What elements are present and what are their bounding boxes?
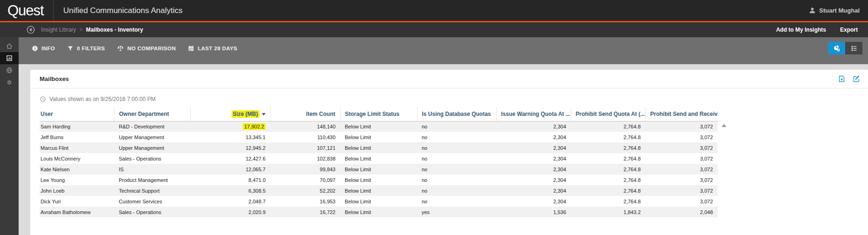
table-cell: 2,304 (496, 153, 571, 164)
table-cell: no (417, 164, 496, 175)
sidebar-item-home[interactable] (0, 40, 19, 52)
table-row[interactable]: Sam HardingR&D - Development17,902.2148,… (40, 121, 718, 132)
table-cell: Upper Management (114, 142, 190, 153)
column-label: Prohibit Send Quota At (... (576, 111, 645, 117)
quest-logo: Quest (7, 0, 53, 21)
table-cell: Customer Services (114, 196, 190, 207)
table-cell: Lee Young (40, 175, 114, 185)
table-cell: 2,304 (496, 121, 571, 132)
column-header-prohibit-send-and-receiv[interactable]: Prohibit Send and Receiv... (645, 107, 718, 121)
breadcrumb: Insight Library > Mailboxes - Inventory (41, 27, 143, 33)
values-timestamp-note: Values shown as on 9/25/2016 7:00:00 PM (30, 88, 868, 104)
column-header-size-mb[interactable]: Size (MB) (190, 107, 270, 121)
info-icon (32, 45, 38, 52)
sidebar-item-settings[interactable] (0, 76, 19, 88)
table-cell: 70,097 (270, 175, 340, 185)
app-window: Quest Unified Communications Analytics S… (0, 0, 868, 235)
table-row[interactable]: Jeff BurnsUpper Management13,345.1110,43… (40, 132, 718, 142)
date-range-button[interactable]: LAST 28 DAYS (188, 45, 237, 52)
table-cell: Below Limit (340, 132, 417, 142)
table-cell: 2,048 (645, 207, 718, 217)
table-cell: no (417, 185, 496, 196)
table-cell: Sales - Operations (114, 207, 190, 217)
table-row[interactable]: John LoebTechnical Support6,308.552,202B… (40, 185, 718, 196)
table-cell: no (417, 132, 496, 142)
mailboxes-table-container: UserOwner DepartmentSize (MB)Item CountS… (30, 104, 868, 217)
table-cell: 107,121 (270, 142, 340, 153)
export-button[interactable]: Export (840, 27, 858, 33)
table-row[interactable]: Lee YoungProduct Management8,471.070,097… (40, 175, 718, 185)
table-cell: Sam Harding (40, 121, 114, 132)
table-cell: 13,345.1 (190, 132, 270, 142)
table-header-row: UserOwner DepartmentSize (MB)Item CountS… (40, 107, 718, 121)
table-cell: Upper Management (114, 132, 190, 142)
table-cell: 2,304 (496, 185, 571, 196)
back-button[interactable] (27, 26, 35, 34)
scrollbar-up-arrow[interactable] (722, 124, 726, 127)
table-row[interactable]: Kate NielsenIS12,065.799,843Below Limitn… (40, 164, 718, 175)
column-header-is-using-database-quotas[interactable]: Is Using Database Quotas (417, 107, 496, 121)
table-cell: 3,072 (645, 142, 718, 153)
column-header-issue-warning-quota-at[interactable]: Issue Warning Quota At ... (496, 107, 571, 121)
table-cell: 3,072 (645, 185, 718, 196)
table-cell: Below Limit (340, 196, 417, 207)
comparison-button[interactable]: NO COMPARISON (117, 45, 176, 52)
chart-view-toggle[interactable] (828, 42, 845, 54)
table-cell: Louis McConnery (40, 153, 114, 164)
column-header-prohibit-send-quota-at[interactable]: Prohibit Send Quota At (... (571, 107, 645, 121)
table-cell: 17,902.2 (190, 121, 270, 132)
table-cell: 1,536 (496, 207, 571, 217)
page-title: Mailboxes - Inventory (86, 27, 143, 33)
table-cell: 16,722 (270, 207, 340, 217)
logo-divider (53, 0, 54, 21)
export-report-icon[interactable] (838, 75, 846, 83)
sidebar-item-insights[interactable] (0, 52, 19, 64)
table-cell: 3,072 (645, 121, 718, 132)
column-header-owner-department[interactable]: Owner Department (114, 107, 190, 121)
breadcrumb-actions: Add to My Insights Export (776, 27, 858, 33)
column-label: User (41, 111, 53, 117)
column-label: Item Count (306, 111, 335, 117)
sidebar-item-globe[interactable] (0, 64, 19, 76)
table-cell: 2,764.8 (571, 196, 645, 207)
table-cell: 2,764.8 (571, 175, 645, 185)
person-icon (809, 7, 816, 14)
table-cell: 16,953 (270, 196, 340, 207)
comparison-label: NO COMPARISON (127, 46, 176, 51)
table-cell: 12,427.6 (190, 153, 270, 164)
table-cell: 2,304 (496, 196, 571, 207)
table-cell: 2,764.8 (571, 121, 645, 132)
page-body: Mailboxes (19, 64, 868, 235)
info-button[interactable]: INFO (32, 45, 55, 52)
column-header-storage-limit-status[interactable]: Storage Limit Status (340, 107, 417, 121)
table-row[interactable]: Louis McConnerySales - Operations12,427.… (40, 153, 718, 164)
add-to-my-insights-button[interactable]: Add to My Insights (776, 27, 826, 33)
table-row[interactable]: Dick YuriCustomer Services2,048.716,953B… (40, 196, 718, 207)
table-cell: Below Limit (340, 175, 417, 185)
table-cell: Dick Yuri (40, 196, 114, 207)
home-icon (6, 42, 13, 50)
table-cell: Kate Nielsen (40, 164, 114, 175)
clock-icon (40, 96, 46, 102)
card-header: Mailboxes (30, 70, 868, 88)
filters-label: 0 FILTERS (77, 46, 105, 51)
filters-button[interactable]: 0 FILTERS (67, 45, 105, 52)
globe-icon (6, 67, 13, 74)
column-header-item-count[interactable]: Item Count (270, 107, 340, 121)
breadcrumb-separator: > (79, 27, 82, 33)
user-menu[interactable]: Stuart Mughal (809, 7, 860, 14)
table-cell: no (417, 175, 496, 185)
chart-view-icon (833, 45, 841, 52)
breadcrumb-parent-link[interactable]: Insight Library (41, 27, 76, 33)
table-row[interactable]: Marcus FlintUpper Management12,945.2107,… (40, 142, 718, 153)
table-cell: 2,764.8 (571, 185, 645, 196)
details-view-toggle[interactable] (845, 42, 862, 54)
table-row[interactable]: Avraham BatholomewSales - Operations2,02… (40, 207, 718, 217)
mailboxes-table: UserOwner DepartmentSize (MB)Item CountS… (40, 107, 718, 217)
table-cell: yes (417, 207, 496, 217)
table-cell: Below Limit (340, 207, 417, 217)
column-header-user[interactable]: User (40, 107, 114, 121)
column-label: Owner Department (119, 111, 169, 117)
edit-icon[interactable] (853, 75, 861, 83)
table-cell: 2,764.8 (571, 142, 645, 153)
